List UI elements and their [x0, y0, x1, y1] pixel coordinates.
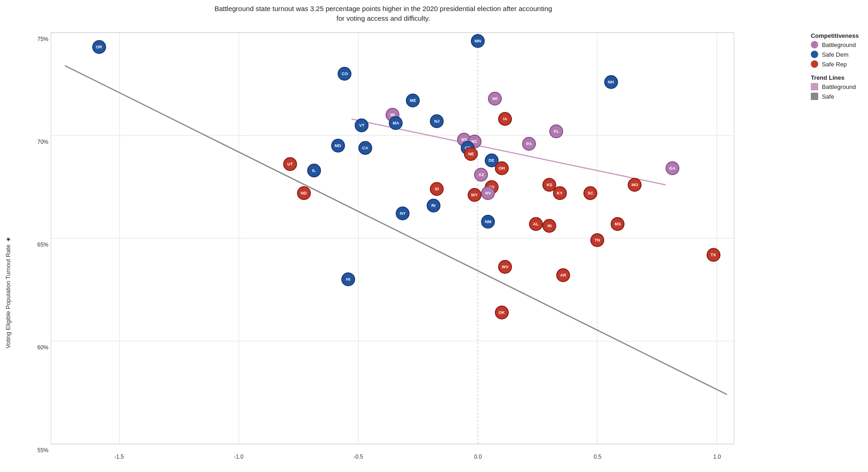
legend-competitiveness: Competitiveness Battleground Safe Dem Sa… — [811, 32, 859, 68]
safe-rep-swatch — [811, 60, 818, 68]
dot-mn: MN — [471, 34, 485, 48]
dot-ky: KY — [553, 186, 567, 200]
dot-ne: NE — [464, 147, 478, 161]
y-tick-75: 75% — [37, 36, 51, 42]
dot-ma: MA — [389, 116, 403, 130]
dot-vt: VT — [355, 118, 369, 132]
legend-trend: Trend Lines Battleground Safe — [811, 74, 859, 100]
dot-me: ME — [406, 94, 420, 107]
dot-tx: TX — [707, 248, 720, 262]
y-axis-label: Voting Eligible Population Turnout Rate … — [5, 236, 51, 348]
dot-ok: OK — [495, 306, 509, 319]
trend-lines-svg — [51, 33, 734, 444]
battleground-swatch — [811, 41, 818, 48]
legend-item-safe-rep: Safe Rep — [811, 60, 859, 68]
dot-wi: WI — [488, 92, 502, 106]
x-tick-n15: -1.5 — [114, 454, 124, 460]
dot-ny: NY — [396, 206, 410, 220]
dot-in: IN — [542, 219, 556, 233]
legend-label-trend-battleground: Battleground — [822, 83, 856, 90]
legend-item-battleground: Battleground — [811, 41, 859, 48]
legend-competitiveness-title: Competitiveness — [811, 32, 859, 39]
x-tick-p05: 0.5 — [594, 454, 601, 460]
trend-safe-swatch — [811, 93, 818, 100]
legend-label-safe-dem: Safe Dem — [822, 51, 849, 58]
title-line2: for voting access and difficulty. — [337, 14, 430, 22]
legend-label-trend-safe: Safe — [822, 93, 834, 100]
y-tick-55: 55% — [37, 447, 51, 454]
legend-label-safe-rep: Safe Rep — [822, 61, 847, 68]
x-tick-0: 0.0 — [474, 454, 482, 460]
dot-ut: UT — [283, 157, 297, 171]
legend: Competitiveness Battleground Safe Dem Sa… — [811, 32, 859, 106]
trend-battleground-swatch — [811, 83, 818, 90]
dot-or: OR — [92, 40, 106, 54]
title-line1: Battleground state turnout was 3.25 perc… — [214, 5, 552, 12]
dot-wv: WV — [498, 260, 512, 274]
dot-mo: MO — [628, 178, 642, 192]
chart-container: Battleground state turnout was 3.25 perc… — [0, 0, 868, 472]
dot-il: IL — [307, 164, 321, 177]
x-tick-n05: -0.5 — [354, 454, 363, 460]
y-tick-65: 65% — [37, 242, 51, 248]
dot-az: AZ — [474, 168, 488, 182]
dot-pa: PA — [522, 137, 536, 151]
safe-dem-swatch — [811, 51, 818, 58]
dot-nv: NV — [481, 186, 495, 200]
dot-nj: NJ — [430, 114, 444, 128]
legend-trend-title: Trend Lines — [811, 74, 859, 81]
dot-wy: WY — [468, 188, 482, 202]
chart-title: Battleground state turnout was 3.25 perc… — [37, 4, 730, 23]
y-tick-70: 70% — [37, 139, 51, 145]
legend-item-safe-dem: Safe Dem — [811, 51, 859, 58]
dot-ri: RI — [427, 199, 440, 212]
x-tick-n10: -1.0 — [234, 454, 244, 460]
legend-item-trend-battleground: Battleground — [811, 83, 859, 90]
dot-nd: ND — [297, 186, 311, 200]
dot-ga: GA — [666, 161, 679, 175]
dot-al: AL — [529, 217, 543, 231]
dot-nh: NH — [604, 75, 618, 89]
dot-ca: CA — [358, 141, 372, 155]
dot-oh: OH — [495, 161, 509, 175]
dot-ia: IA — [498, 112, 512, 126]
dot-tn: TN — [590, 233, 604, 247]
dot-hi: HI — [341, 272, 355, 286]
dot-fl: FL — [549, 124, 563, 138]
dot-md: MD — [331, 139, 345, 153]
legend-label-battleground: Battleground — [822, 41, 856, 48]
y-tick-60: 60% — [37, 344, 51, 351]
dot-ar: AR — [556, 268, 570, 282]
dot-nm: NM — [481, 215, 495, 229]
dot-sc: SC — [583, 186, 597, 200]
legend-item-trend-safe: Safe — [811, 93, 859, 100]
dot-id: ID — [430, 182, 444, 196]
dot-ms: MS — [611, 217, 624, 231]
plot-area: 75% 70% 65% 60% 55% ORMNCOMEWINHMIVTMANJ… — [51, 32, 734, 444]
x-tick-p10: 1.0 — [713, 454, 721, 460]
dot-co: CO — [338, 67, 351, 81]
